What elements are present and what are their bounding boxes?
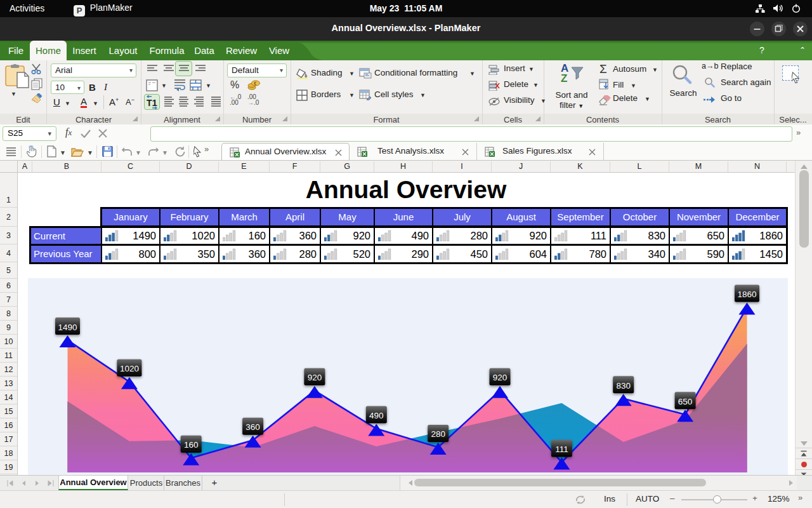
- svg-text:650: 650: [678, 397, 693, 406]
- svg-text:160: 160: [184, 440, 199, 450]
- svg-text:360: 360: [246, 422, 260, 432]
- svg-text:€: €: [254, 81, 256, 86]
- svg-text:1020: 1020: [120, 364, 139, 373]
- svg-text:1490: 1490: [58, 323, 77, 332]
- svg-text:920: 920: [308, 373, 322, 382]
- svg-text:1860: 1860: [737, 290, 756, 299]
- svg-text:490: 490: [369, 411, 384, 420]
- svg-text:830: 830: [616, 381, 631, 391]
- svg-text:...: ...: [49, 152, 51, 156]
- svg-text:111: 111: [555, 444, 568, 454]
- svg-text:920: 920: [493, 373, 508, 382]
- svg-text:280: 280: [431, 429, 445, 439]
